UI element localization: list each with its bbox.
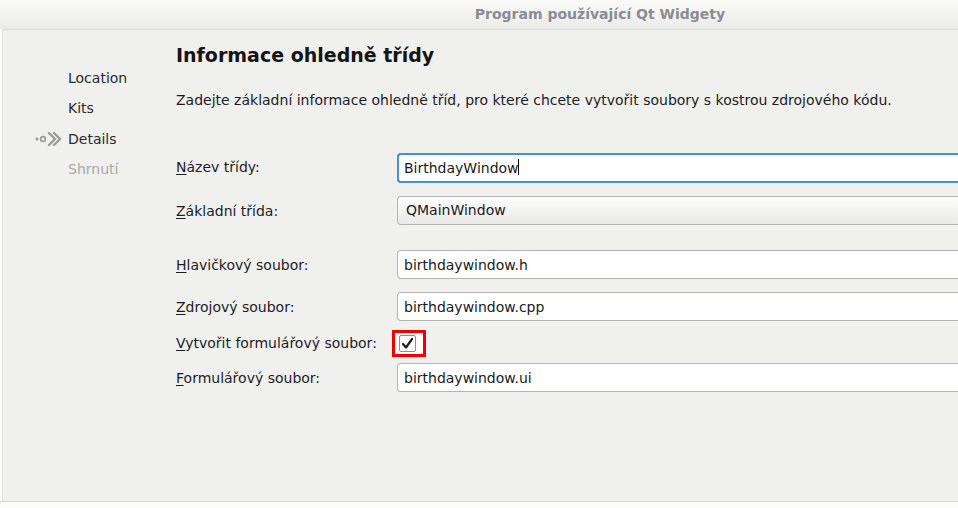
base-class-label: Základní třída: — [176, 202, 278, 220]
page-title: Informace ohledně třídy — [176, 42, 434, 68]
form-file-label: Formulářový soubor: — [176, 369, 320, 387]
header-file-label: Hlavičkový soubor: — [176, 256, 308, 274]
create-form-checkbox[interactable] — [399, 335, 416, 352]
wizard-step-details: Details — [68, 130, 117, 148]
form-file-input[interactable] — [397, 363, 958, 392]
window-bottom-edge — [0, 501, 958, 508]
window-left-edge — [0, 29, 3, 508]
source-file-label: Zdrojový soubor: — [176, 298, 294, 316]
create-form-label: Vytvořit formulářový soubor: — [176, 334, 377, 352]
source-file-input[interactable] — [397, 292, 958, 321]
page-description: Zadejte základní informace ohledně tříd,… — [176, 91, 892, 109]
wizard-step-location: Location — [68, 69, 127, 87]
wizard-step-summary: Shrnutí — [68, 160, 118, 178]
class-name-input[interactable] — [397, 153, 958, 183]
wizard-step-kits: Kits — [68, 99, 94, 117]
base-class-combobox[interactable]: QMainWindow — [397, 196, 958, 225]
class-name-label: Název třídy: — [176, 158, 260, 176]
header-file-input[interactable] — [397, 250, 958, 279]
current-step-arrow-icon — [34, 131, 62, 147]
checkmark-icon — [401, 337, 414, 350]
window-title: Program používající Qt Widgety — [475, 6, 725, 22]
window-titlebar[interactable]: Program používající Qt Widgety — [0, 0, 958, 30]
